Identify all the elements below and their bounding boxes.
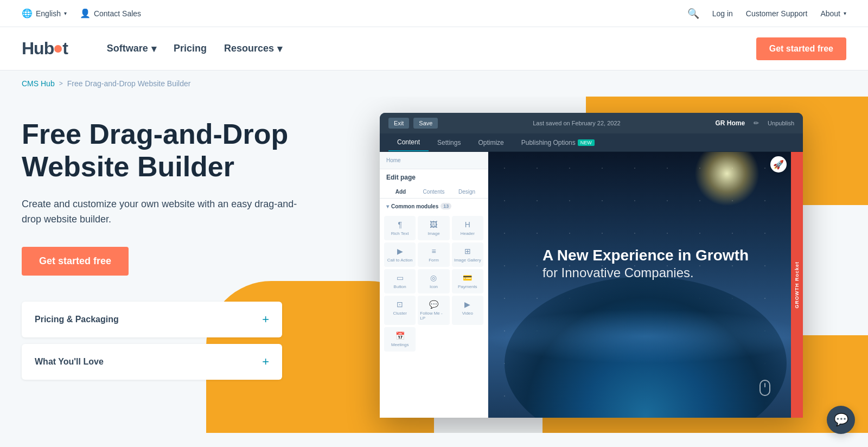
chat-bubble[interactable]: 💬 [827,406,855,433]
module-label: Meetings [391,342,409,347]
accordion-label-love: What You'll Love [35,357,104,367]
module-cta[interactable]: ▶ Call to Action [384,242,416,267]
about-link[interactable]: About ▾ [820,9,846,18]
software-label: Software [107,43,148,54]
breadcrumb-current: Free Drag-and-Drop Website Builder [67,79,191,88]
module-grid: ¶ Rich Text 🖼 Image H Header ▶ [380,214,488,354]
nav-pricing[interactable]: Pricing [167,39,213,59]
hero-title: Free Drag-and-Drop Website Builder [22,118,347,183]
module-image[interactable]: 🖼 Image [418,216,449,240]
module-button[interactable]: ▭ Button [384,269,416,293]
module-header[interactable]: H Header [452,216,483,240]
browser-tab-publishing[interactable]: Publishing Options NEW [513,133,603,151]
preview-headline: A New Experience in Growth [542,246,749,265]
new-badge: NEW [578,139,595,146]
video-icon: ▶ [464,300,470,309]
sidebar-tab-add[interactable]: Add [384,186,417,198]
pricing-label: Pricing [174,43,207,54]
nav-resources[interactable]: Resources ▾ [218,39,289,59]
accordion-expand-icon-pricing: + [262,312,269,327]
rocket-overlay: 🚀 [770,156,787,173]
accordion-item-pricing[interactable]: Pricing & Packaging + [22,302,282,337]
nav-left: Hubt Software ▾ Pricing Resources ▾ [22,39,289,59]
login-label: Log in [712,9,733,18]
module-payments[interactable]: 💳 Payments [452,269,483,293]
hero-content: Free Drag-and-Drop Website Builder Creat… [22,118,391,380]
chevron-down-icon: ▾ [386,203,389,209]
nav-software[interactable]: Software ▾ [100,39,163,59]
browser-body: Home Edit page Add Contents Design ▾ Com… [380,152,803,418]
preview-text-overlay: A New Experience in Growth for Innovativ… [521,246,770,280]
module-label: Form [429,258,439,263]
accordion: Pricing & Packaging + What You'll Love + [22,302,282,380]
chevron-down-icon: ▾ [64,10,67,16]
sidebar-section-header: ▾ Common modules 13 [380,199,488,214]
module-label: Payments [458,284,477,289]
module-label: Image [427,231,439,236]
login-link[interactable]: Log in [712,9,733,18]
language-selector[interactable]: 🌐 English ▾ [22,8,67,18]
follow-icon: 💬 [429,300,438,309]
contact-sales-link[interactable]: 👤 Contact Sales [80,8,141,18]
accordion-item-love[interactable]: What You'll Love + [22,344,282,380]
module-follow-me[interactable]: 💬 Follow Me - LP [418,296,449,325]
browser-preview: 🚀 A New Experience in Growth for Innovat… [488,152,803,418]
chevron-down-icon: ▾ [151,43,156,55]
cta-icon: ▶ [397,247,403,256]
breadcrumb: CMS Hub > Free Drag-and-Drop Website Bui… [0,71,868,97]
logo[interactable]: Hubt [22,39,68,59]
modules-count: 13 [441,203,451,209]
cluster-icon: ⊡ [397,300,403,309]
browser-unpublish[interactable]: Unpublish [768,120,794,126]
module-form[interactable]: ≡ Form [418,242,449,267]
hero-description: Create and customize your own website wi… [22,196,304,228]
module-image-gallery[interactable]: ⊞ Image Gallery [452,242,483,267]
module-label: Video [462,311,473,316]
browser-page-title: GR Home [715,119,745,127]
header-icon: H [465,220,470,229]
top-bar-right: 🔍 Log in Customer Support About ▾ [687,8,846,20]
browser-toolbar: Exit Save Last saved on February 22, 202… [380,113,803,133]
sidebar-tab-contents[interactable]: Contents [417,186,450,198]
button-icon: ▭ [397,273,404,282]
sidebar-toggle-buttons: Add Contents Design [380,186,488,199]
main-nav: Hubt Software ▾ Pricing Resources ▾ Get … [0,27,868,71]
nav-cta-button[interactable]: Get started free [756,37,846,60]
language-label: English [36,9,61,18]
browser-tab-optimize[interactable]: Optimize [469,133,512,151]
module-label: Header [461,231,475,236]
module-rich-text[interactable]: ¶ Rich Text [384,216,416,240]
accordion-expand-icon-love: + [262,355,269,369]
module-icon[interactable]: ◎ Icon [418,269,449,293]
browser-exit-button[interactable]: Exit [388,118,409,129]
chat-icon: 💬 [834,413,848,427]
about-label: About [820,9,840,18]
module-video[interactable]: ▶ Video [452,296,483,325]
icon-module-icon: ◎ [430,273,437,282]
browser-mockup: Exit Save Last saved on February 22, 202… [380,113,803,418]
module-cluster[interactable]: ⊡ Cluster [384,296,416,325]
module-label: Button [394,284,406,289]
logo-text: Hubt [22,39,68,59]
sidebar-tab-design[interactable]: Design [450,186,483,198]
sidebar-breadcrumb: Home [386,157,481,163]
search-icon[interactable]: 🔍 [687,8,699,20]
breadcrumb-separator: > [59,80,63,87]
customer-support-link[interactable]: Customer Support [746,9,808,18]
resources-label: Resources [224,43,274,54]
nav-items: Software ▾ Pricing Resources ▾ [100,39,289,59]
browser-tab-settings[interactable]: Settings [429,133,469,151]
hero-cta-button[interactable]: Get started free [22,247,129,276]
module-meetings[interactable]: 📅 Meetings [384,327,416,352]
browser-save-button[interactable]: Save [413,118,438,129]
payments-icon: 💳 [463,273,472,282]
customer-support-label: Customer Support [746,9,808,18]
accordion-label-pricing: Pricing & Packaging [35,315,119,324]
breadcrumb-parent-link[interactable]: CMS Hub [22,79,55,88]
module-label: Rich Text [391,231,409,236]
edit-pencil-icon[interactable]: ✏ [754,119,759,127]
browser-sidebar: Home Edit page Add Contents Design ▾ Com… [380,152,488,418]
hero-visual: Exit Save Last saved on February 22, 202… [380,113,846,418]
browser-tab-content[interactable]: Content [388,133,429,151]
module-label: Cluster [393,311,406,316]
